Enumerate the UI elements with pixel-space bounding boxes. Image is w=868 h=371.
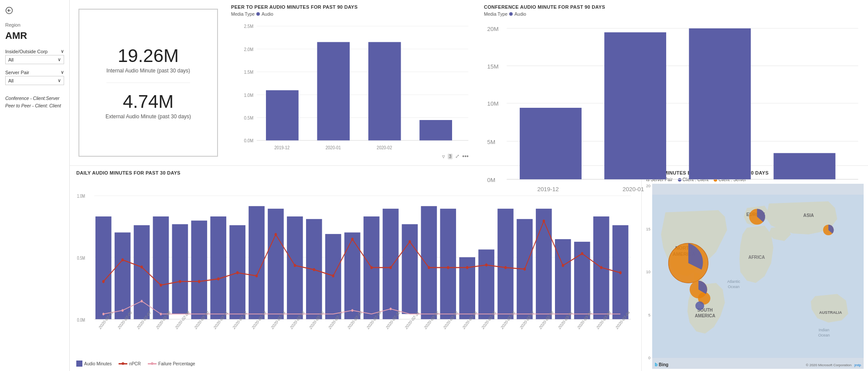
filter-icon[interactable]: ▿ <box>442 153 445 160</box>
daily-bar-2 <box>115 233 131 319</box>
kpi-box: 19.26M Internal Audio Minute (past 30 da… <box>78 9 218 157</box>
daily-bar-7 <box>210 216 226 319</box>
daily-bar-21 <box>478 250 494 319</box>
atlantic-label: Atlantic <box>727 279 740 284</box>
npcr-dot-24 <box>543 220 545 223</box>
kpi-internal-value: 19.26M <box>106 46 190 66</box>
npcr-dot-9 <box>255 274 258 277</box>
svg-text:1.0M: 1.0M <box>244 93 253 97</box>
daily-bar-9 <box>248 206 265 319</box>
failure-dot-3 <box>141 300 143 302</box>
map-container: NORTH AMERICA EUROPE ASIA AFRICA SOUTH A… <box>652 184 864 369</box>
daily-bar-5 <box>172 224 188 314</box>
npcr-dot-26 <box>581 252 583 255</box>
daily-bar-14 <box>344 233 361 319</box>
map-section: AUDIO MINUTES BY COUNTRY FOR PAST 90 DAY… <box>641 166 868 371</box>
region-label: Region <box>5 22 64 27</box>
svg-text:0.5M: 0.5M <box>244 116 253 120</box>
kpi-external-label: External Audio Minute (past 30 days) <box>106 113 191 120</box>
inside-outside-dropdown[interactable]: Inside/Outside Corp ∨ All ∨ <box>5 48 64 64</box>
failure-dot-1 <box>102 313 105 316</box>
npcr-dot-14 <box>351 237 353 240</box>
npcr-dot-7 <box>217 277 219 280</box>
conf-bar-2 <box>604 32 666 179</box>
kpi-external: 4.74M External Audio Minute (past 30 day… <box>106 83 191 128</box>
failure-dot-2 <box>122 309 124 312</box>
africa-label: AFRICA <box>748 255 765 260</box>
back-button[interactable] <box>5 7 64 14</box>
bing-logo: b Bing <box>655 362 668 367</box>
conference-chart-section: CONFERENCE AUDIO MINUTE FOR PAST 90 DAYS… <box>480 0 868 165</box>
sa-bubble-3 <box>695 302 704 310</box>
npcr-dot-28 <box>619 271 621 274</box>
region-value: AMR <box>5 30 64 41</box>
inside-outside-value[interactable]: All ∨ <box>5 55 64 64</box>
atlantic-label2: Ocean <box>728 285 740 289</box>
svg-text:2019-12: 2019-12 <box>274 145 290 150</box>
svg-text:2020-01: 2020-01 <box>326 145 341 150</box>
inside-outside-header[interactable]: Inside/Outside Corp ∨ <box>5 48 64 55</box>
peer-bar-3 <box>368 42 401 140</box>
south-america-label2: AMERICA <box>695 313 716 318</box>
conference-chart-subtitle: Media Type Audio <box>484 11 861 17</box>
svg-text:1.5M: 1.5M <box>244 70 253 75</box>
sidebar-legend: Conference - Client:Server Peer to Peer … <box>5 95 64 110</box>
dashboard: Region AMR Inside/Outside Corp ∨ All ∨ S… <box>0 0 868 371</box>
conf-media-type-label: Media Type <box>484 11 507 17</box>
daily-chart-section: DAILY AUDIO MINUTES FOR PAST 30 DAYS 1.0… <box>70 166 641 371</box>
svg-text:2.0M: 2.0M <box>244 47 253 52</box>
conf-bar-4 <box>773 153 835 179</box>
legend-peer: Peer to Peer - Client: Client <box>5 102 64 110</box>
peer-bar-2 <box>317 42 350 140</box>
daily-bar-19 <box>440 209 456 319</box>
peer-chart-svg: 2.5M 2.0M 1.5M 1.0M 0.5M 0.0M <box>231 19 473 163</box>
legend-conference: Conference - Client:Server <box>5 95 64 102</box>
daily-bar-11 <box>287 216 303 319</box>
npcr-dot-5 <box>179 280 181 283</box>
daily-chart-svg: 1.0M 0.5M 0.0M <box>76 177 635 358</box>
peer-media-type-value: Audio <box>262 11 273 17</box>
server-pair-header[interactable]: Server Pair ∨ <box>5 69 64 76</box>
kpi-internal: 19.26M Internal Audio Minute (past 30 da… <box>106 37 190 83</box>
svg-text:0.0M: 0.0M <box>244 138 253 143</box>
svg-text:0.0M: 0.0M <box>77 317 85 323</box>
daily-bar-18 <box>421 206 437 319</box>
conf-bar-3 <box>689 28 751 179</box>
daily-bar-17 <box>402 224 418 314</box>
svg-text:2.5M: 2.5M <box>244 24 253 29</box>
legend-npcr: nPCR <box>119 361 141 366</box>
daily-bar-4 <box>153 216 169 319</box>
peer-chart-subtitle: Media Type Audio <box>231 11 473 17</box>
npcr-dot-11 <box>294 264 296 267</box>
daily-bar-1 <box>95 216 112 319</box>
failure-dot-5 <box>351 309 354 312</box>
daily-bar-16 <box>383 209 399 319</box>
npcr-dot-27 <box>600 266 602 269</box>
failure-dot-4 <box>160 313 162 316</box>
peer-bar-4 <box>419 120 452 141</box>
svg-text:20M: 20M <box>487 26 498 32</box>
npcr-dot-21 <box>485 264 487 267</box>
npcr-dot-20 <box>466 266 468 269</box>
daily-chart-area: 1.0M 0.5M 0.0M <box>76 177 635 358</box>
svg-text:15M: 15M <box>487 63 498 70</box>
peer-chart-section: PEER TO PEER AUDIO MINUTES FOR PAST 90 D… <box>227 0 480 165</box>
npcr-dot-19 <box>447 266 449 269</box>
npcr-dot-4 <box>160 284 162 287</box>
server-pair-value[interactable]: All ∨ <box>5 76 64 85</box>
kpi-internal-label: Internal Audio Minute (past 30 days) <box>106 68 190 74</box>
server-pair-dropdown[interactable]: Server Pair ∨ All ∨ <box>5 69 64 85</box>
npcr-dot-18 <box>428 266 430 269</box>
map-y-axis: 20 15 10 5 0 <box>646 184 650 369</box>
more-icon[interactable]: ••• <box>462 153 469 160</box>
expand-icon[interactable]: ⤢ <box>455 153 460 159</box>
filter-count[interactable]: 3 <box>448 154 453 159</box>
svg-text:5M: 5M <box>487 139 495 145</box>
conference-chart-title: CONFERENCE AUDIO MINUTE FOR PAST 90 DAYS <box>484 4 861 10</box>
peer-media-type-label: Media Type <box>231 11 255 17</box>
asia-label: ASIA <box>803 213 814 218</box>
daily-chart-legend: Audio Minutes nPCR Failure Percentage <box>76 361 635 367</box>
indian-label: Indian <box>819 328 830 332</box>
peer-legend-dot <box>256 12 260 16</box>
jmtp-link[interactable]: jmtp <box>854 363 861 367</box>
